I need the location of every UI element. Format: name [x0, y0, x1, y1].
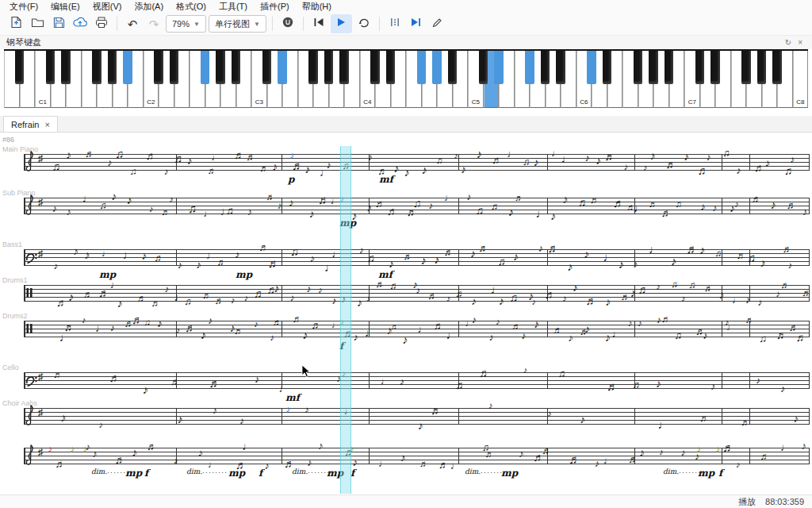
note-glyph[interactable]: ♬	[115, 455, 126, 466]
note-glyph[interactable]: ♪	[595, 459, 599, 469]
piano-key-black[interactable]	[432, 51, 442, 84]
note-glyph[interactable]: ♪	[110, 323, 115, 333]
note-glyph[interactable]: ♬	[492, 155, 502, 165]
piano-key-black[interactable]	[216, 51, 225, 84]
note-glyph[interactable]: ♬	[455, 290, 465, 299]
note-glyph[interactable]: ♬	[722, 442, 734, 454]
piano-key-black[interactable]	[494, 51, 504, 84]
note-glyph[interactable]: ♩	[59, 332, 71, 343]
note-glyph[interactable]: ♬	[387, 206, 398, 217]
dynamic-marking[interactable]: f	[259, 468, 262, 479]
highlighted-note[interactable]: ♪	[70, 444, 75, 454]
note-glyph[interactable]: ♬	[511, 322, 521, 332]
note-glyph[interactable]: ♬	[109, 373, 121, 384]
piano-key-black[interactable]	[15, 51, 25, 84]
note-glyph[interactable]: ♩	[611, 329, 622, 339]
note-glyph[interactable]: ♪	[521, 331, 526, 341]
piano-key-black[interactable]	[665, 51, 674, 84]
note-glyph[interactable]: ♪	[289, 294, 294, 303]
concert-pitch-button[interactable]	[278, 14, 297, 33]
note-glyph[interactable]: ♩	[732, 296, 741, 305]
note-glyph[interactable]: ♫	[226, 206, 234, 216]
note-glyph[interactable]: ♪	[178, 414, 183, 425]
note-glyph[interactable]: ♬	[687, 244, 699, 256]
note-glyph[interactable]: ♬	[542, 446, 551, 456]
panel-refresh-icon[interactable]: ↻	[782, 38, 795, 47]
note-glyph[interactable]: ♫	[523, 157, 530, 167]
note-glyph[interactable]: ♪	[562, 294, 567, 303]
note-glyph[interactable]: ♩	[324, 262, 336, 274]
note-glyph[interactable]: ♪	[707, 153, 711, 163]
note-glyph[interactable]: ♪	[143, 384, 148, 396]
note-glyph[interactable]: ♩	[417, 324, 427, 334]
note-glyph[interactable]: ♩	[551, 148, 561, 158]
note-glyph[interactable]: ♪	[92, 448, 98, 459]
note-glyph[interactable]: ♬	[633, 380, 643, 391]
note-glyph[interactable]: ♬	[439, 460, 449, 471]
note-glyph[interactable]: ♬	[234, 326, 243, 336]
note-glyph[interactable]: ♪	[318, 286, 323, 294]
piano-key-black[interactable]	[587, 51, 596, 84]
note-glyph[interactable]: ♩	[365, 327, 376, 338]
menu-view[interactable]: 视图(V)	[86, 0, 128, 13]
new-score-button[interactable]	[6, 14, 25, 33]
note-glyph[interactable]: ♪	[771, 199, 776, 211]
note-glyph[interactable]: ♬	[162, 208, 170, 217]
note-glyph[interactable]: ♬	[268, 258, 280, 270]
play-button[interactable]	[331, 14, 352, 33]
note-glyph[interactable]: ♪	[718, 289, 724, 300]
note-glyph[interactable]: ♪	[141, 251, 147, 261]
note-glyph[interactable]: ♪	[605, 332, 611, 344]
note-glyph[interactable]: ♪	[404, 167, 410, 178]
note-glyph[interactable]: ♪	[513, 251, 519, 262]
note-glyph[interactable]: ♬	[56, 298, 67, 309]
note-glyph[interactable]: ♪	[213, 406, 217, 415]
dynamic-marking[interactable]: dim.	[186, 468, 228, 475]
note-glyph[interactable]: ♬	[254, 288, 265, 299]
piano-key-black[interactable]	[308, 51, 318, 84]
note-glyph[interactable]: ♬	[64, 322, 75, 333]
piano-key-black[interactable]	[154, 51, 163, 84]
note-glyph[interactable]: ♫	[784, 166, 792, 177]
note-glyph[interactable]: ♬	[638, 284, 649, 295]
note-glyph[interactable]: ♩	[726, 322, 737, 333]
note-glyph[interactable]: ♪	[178, 260, 182, 270]
note-glyph[interactable]: ♪	[568, 333, 573, 343]
note-glyph[interactable]: ♬	[146, 151, 156, 161]
note-glyph[interactable]: ♬	[390, 322, 399, 331]
note-glyph[interactable]: ♪	[82, 316, 86, 325]
note-glyph[interactable]: ♬	[431, 406, 442, 417]
note-glyph[interactable]: ♫	[115, 148, 124, 160]
dynamic-marking[interactable]: f	[718, 468, 722, 479]
note-glyph[interactable]: ♪	[745, 295, 750, 306]
dynamic-marking[interactable]: mp	[125, 468, 142, 479]
dynamic-marking[interactable]: mf	[378, 269, 393, 280]
note-glyph[interactable]: ♪	[254, 320, 259, 329]
note-glyph[interactable]: ♫	[671, 280, 678, 290]
piano-key-black[interactable]	[695, 51, 705, 84]
loop-markers-button[interactable]	[385, 14, 404, 33]
note-glyph[interactable]: ♪	[681, 448, 686, 457]
note-glyph[interactable]: ♪	[187, 156, 193, 167]
tab-close-icon[interactable]: ×	[44, 120, 49, 129]
open-file-button[interactable]	[28, 14, 47, 33]
note-glyph[interactable]: ♫	[144, 318, 151, 328]
note-glyph[interactable]: ♩	[82, 194, 93, 205]
dynamic-marking[interactable]: dim.	[465, 468, 506, 475]
note-glyph[interactable]: ♪	[547, 410, 552, 419]
piano-key-black[interactable]	[123, 51, 132, 84]
edit-mode-button[interactable]	[428, 14, 447, 33]
note-glyph[interactable]: ♪	[585, 153, 590, 163]
note-glyph[interactable]: ♬	[83, 290, 93, 299]
note-glyph[interactable]: ♩	[102, 248, 111, 258]
piano-key-black[interactable]	[262, 51, 272, 84]
note-glyph[interactable]: ♬	[266, 193, 275, 202]
note-glyph[interactable]: ♬	[745, 316, 754, 325]
menu-tools[interactable]: 工具(T)	[213, 0, 254, 13]
piano-key-black[interactable]	[92, 51, 102, 84]
note-glyph[interactable]: ♬	[780, 281, 789, 290]
dynamic-marking[interactable]: mp	[228, 468, 245, 479]
piano-key-black[interactable]	[448, 51, 458, 84]
note-glyph[interactable]: ♪	[643, 164, 648, 172]
note-glyph[interactable]: ♬	[661, 208, 672, 218]
